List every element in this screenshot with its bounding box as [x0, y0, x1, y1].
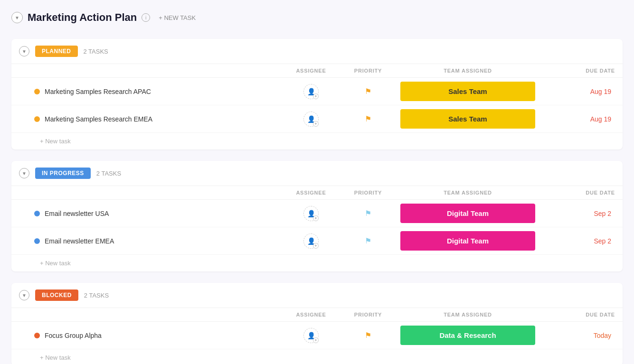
due-date-cell: Sep 2 — [539, 237, 615, 245]
col-team: TEAM ASSIGNED — [397, 312, 539, 317]
due-date-cell: Aug 19 — [539, 115, 615, 123]
section-collapse-btn-blocked[interactable]: ▼ — [19, 290, 29, 300]
task-name-label: Marketing Samples Research APAC — [45, 88, 151, 95]
task-name-cell: Focus Group Alpha — [19, 332, 283, 339]
col-headers-planned: ASSIGNEE PRIORITY TEAM ASSIGNED DUE DATE — [11, 64, 623, 78]
task-count-planned: 2 TASKS — [84, 48, 108, 55]
chevron-down-icon: ▼ — [22, 49, 27, 54]
table-row: Email newsletter USA 👤 + ⚑ Digital Team … — [11, 200, 623, 227]
col-due-date: DUE DATE — [539, 190, 615, 196]
section-planned: ▼ PLANNED 2 TASKS ASSIGNEE PRIORITY TEAM… — [11, 39, 623, 149]
due-date-cell: Today — [539, 332, 615, 339]
task-status-dot — [34, 211, 40, 216]
task-status-dot — [34, 116, 40, 122]
task-name-label: Marketing Samples Research EMEA — [45, 115, 152, 123]
table-row: Focus Group Alpha 👤 + ⚑ Data & Research … — [11, 322, 623, 349]
priority-flag-icon: ⚑ — [365, 236, 371, 245]
col-task-name — [34, 68, 283, 74]
page-collapse-button[interactable]: ▼ — [11, 12, 23, 23]
assignee-cell[interactable]: 👤 + — [283, 112, 340, 127]
table-row: Marketing Samples Research EMEA 👤 + ⚑ Sa… — [11, 105, 623, 133]
assignee-avatar[interactable]: 👤 + — [303, 233, 319, 249]
task-name-label: Focus Group Alpha — [45, 332, 102, 339]
add-assignee-icon: + — [313, 93, 319, 99]
due-date-value: Today — [594, 332, 611, 339]
page-header: ▼ Marketing Action Plan i + NEW TASK — [11, 8, 623, 28]
team-cell[interactable]: Digital Team — [397, 229, 539, 252]
priority-flag-icon: ⚑ — [365, 209, 371, 218]
section-inprogress: ▼ IN PROGRESS 2 TASKS ASSIGNEE PRIORITY … — [11, 161, 623, 271]
col-assignee: ASSIGNEE — [283, 68, 340, 74]
task-status-dot — [34, 238, 40, 244]
team-badge[interactable]: Sales Team — [400, 109, 535, 129]
team-cell[interactable]: Data & Research — [397, 324, 539, 347]
due-date-cell: Sep 2 — [539, 210, 615, 217]
status-badge-blocked: BLOCKED — [35, 289, 78, 301]
new-task-button[interactable]: + NEW TASK — [155, 12, 199, 23]
team-badge[interactable]: Digital Team — [400, 231, 535, 251]
col-headers-blocked: ASSIGNEE PRIORITY TEAM ASSIGNED DUE DATE — [11, 308, 623, 322]
section-collapse-btn-inprogress[interactable]: ▼ — [19, 168, 29, 178]
priority-cell: ⚑ — [340, 236, 397, 245]
task-name-cell: Email newsletter USA — [19, 210, 283, 217]
new-task-row-blocked[interactable]: + New task — [11, 349, 623, 364]
assignee-avatar[interactable]: 👤 + — [303, 112, 319, 127]
assignee-avatar[interactable]: 👤 + — [303, 206, 319, 221]
due-date-cell: Aug 19 — [539, 88, 615, 95]
sections-container: ▼ PLANNED 2 TASKS ASSIGNEE PRIORITY TEAM… — [11, 39, 623, 364]
team-badge[interactable]: Sales Team — [400, 82, 535, 101]
col-priority: PRIORITY — [340, 312, 397, 317]
task-count-inprogress: 2 TASKS — [96, 170, 121, 177]
page-container: ▼ Marketing Action Plan i + NEW TASK ▼ P… — [0, 0, 634, 364]
team-badge[interactable]: Digital Team — [400, 204, 535, 223]
add-assignee-icon: + — [313, 121, 319, 127]
task-count-blocked: 2 TASKS — [84, 292, 109, 299]
new-task-row-planned[interactable]: + New task — [11, 133, 623, 149]
due-date-value: Aug 19 — [590, 88, 611, 95]
new-task-row-inprogress[interactable]: + New task — [11, 255, 623, 271]
priority-cell: ⚑ — [340, 331, 397, 340]
priority-cell: ⚑ — [340, 114, 397, 123]
team-cell[interactable]: Sales Team — [397, 107, 539, 131]
priority-cell: ⚑ — [340, 87, 397, 96]
section-collapse-btn-planned[interactable]: ▼ — [19, 46, 29, 56]
due-date-value: Sep 2 — [594, 210, 611, 217]
assignee-cell[interactable]: 👤 + — [283, 328, 340, 343]
priority-flag-icon: ⚑ — [365, 114, 371, 123]
team-cell[interactable]: Digital Team — [397, 202, 539, 225]
assignee-cell[interactable]: 👤 + — [283, 233, 340, 249]
col-team: TEAM ASSIGNED — [397, 190, 539, 196]
due-date-value: Aug 19 — [590, 115, 611, 123]
section-header-planned: ▼ PLANNED 2 TASKS — [11, 39, 623, 64]
assignee-cell[interactable]: 👤 + — [283, 206, 340, 221]
col-due-date: DUE DATE — [539, 312, 615, 317]
priority-cell: ⚑ — [340, 209, 397, 218]
team-badge[interactable]: Data & Research — [400, 326, 535, 345]
add-assignee-icon: + — [313, 243, 319, 249]
assignee-cell[interactable]: 👤 + — [283, 84, 340, 99]
assignee-avatar[interactable]: 👤 + — [303, 84, 319, 99]
section-header-inprogress: ▼ IN PROGRESS 2 TASKS — [11, 161, 623, 186]
col-priority: PRIORITY — [340, 190, 397, 196]
info-icon[interactable]: i — [142, 13, 150, 22]
section-blocked: ▼ BLOCKED 2 TASKS ASSIGNEE PRIORITY TEAM… — [11, 283, 623, 364]
col-headers-inprogress: ASSIGNEE PRIORITY TEAM ASSIGNED DUE DATE — [11, 186, 623, 200]
task-name-cell: Marketing Samples Research APAC — [19, 88, 283, 95]
task-name-cell: Marketing Samples Research EMEA — [19, 115, 283, 123]
page-title: Marketing Action Plan — [28, 11, 137, 24]
priority-flag-icon: ⚑ — [365, 87, 371, 96]
assignee-avatar[interactable]: 👤 + — [303, 328, 319, 343]
status-badge-planned: PLANNED — [35, 46, 78, 57]
task-name-label: Email newsletter EMEA — [45, 237, 114, 245]
team-cell[interactable]: Sales Team — [397, 80, 539, 103]
col-due-date: DUE DATE — [539, 68, 615, 74]
table-row: Email newsletter EMEA 👤 + ⚑ Digital Team… — [11, 227, 623, 255]
status-badge-inprogress: IN PROGRESS — [35, 168, 91, 179]
task-status-dot — [34, 333, 40, 338]
col-task-name — [34, 312, 283, 317]
task-status-dot — [34, 89, 40, 94]
chevron-down-icon: ▼ — [22, 171, 27, 176]
task-name-label: Email newsletter USA — [45, 210, 109, 217]
chevron-down-icon: ▼ — [22, 293, 27, 298]
due-date-value: Sep 2 — [594, 237, 611, 245]
